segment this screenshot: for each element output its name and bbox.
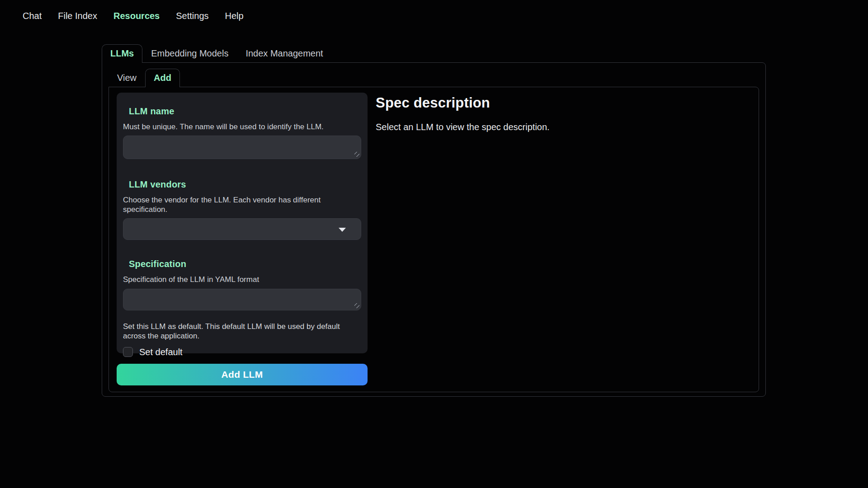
specification-input[interactable]	[123, 289, 361, 310]
llm-name-label: LLM name	[129, 106, 361, 117]
llms-subtab-bar: View Add	[108, 69, 759, 87]
llms-tab-panel: View Add LLM name Must be unique. The na…	[102, 62, 766, 397]
resources-section: LLMs Embedding Models Index Management V…	[102, 44, 766, 397]
chevron-down-icon	[339, 228, 346, 232]
llm-name-input[interactable]	[123, 136, 361, 159]
add-llm-form-card: LLM name Must be unique. The name will b…	[117, 93, 368, 353]
tab-embedding-models[interactable]: Embedding Models	[142, 44, 237, 62]
nav-item-file-index[interactable]: File Index	[58, 11, 97, 21]
set-default-checkbox-row[interactable]: Set default	[123, 347, 361, 357]
top-navbar: Chat File Index Resources Settings Help	[23, 11, 244, 21]
llm-vendors-group: LLM vendors Choose the vendor for the LL…	[123, 179, 361, 240]
set-default-checkbox[interactable]	[123, 347, 133, 357]
set-default-note: Set this LLM as default. This default LL…	[123, 322, 361, 341]
nav-item-resources[interactable]: Resources	[113, 11, 160, 21]
llm-name-description: Must be unique. The name will be used to…	[123, 122, 361, 131]
subtab-add[interactable]: Add	[145, 69, 180, 87]
tab-index-management[interactable]: Index Management	[237, 44, 331, 62]
nav-item-settings[interactable]: Settings	[176, 11, 208, 21]
set-default-label: Set default	[139, 347, 183, 357]
nav-item-chat[interactable]: Chat	[23, 11, 42, 21]
spec-description-panel: Spec description Select an LLM to view t…	[376, 93, 751, 385]
llm-vendors-label: LLM vendors	[129, 179, 361, 190]
add-llm-button[interactable]: Add LLM	[117, 364, 368, 385]
tab-llms[interactable]: LLMs	[102, 44, 142, 63]
spec-description-placeholder: Select an LLM to view the spec descripti…	[376, 122, 751, 132]
add-llm-panel: LLM name Must be unique. The name will b…	[108, 87, 759, 392]
llm-vendors-dropdown[interactable]	[123, 218, 361, 240]
specification-group: Specification Specification of the LLM i…	[123, 259, 361, 310]
llm-vendors-description: Choose the vendor for the LLM. Each vend…	[123, 196, 361, 214]
specification-description: Specification of the LLM in YAML format	[123, 275, 361, 284]
nav-item-help[interactable]: Help	[225, 11, 244, 21]
add-llm-form-column: LLM name Must be unique. The name will b…	[117, 93, 368, 385]
llm-name-group: LLM name Must be unique. The name will b…	[123, 106, 361, 159]
spec-description-title: Spec description	[376, 95, 751, 111]
subtab-view[interactable]: View	[108, 69, 145, 87]
specification-label: Specification	[129, 259, 361, 269]
resources-tab-bar: LLMs Embedding Models Index Management	[102, 44, 766, 62]
